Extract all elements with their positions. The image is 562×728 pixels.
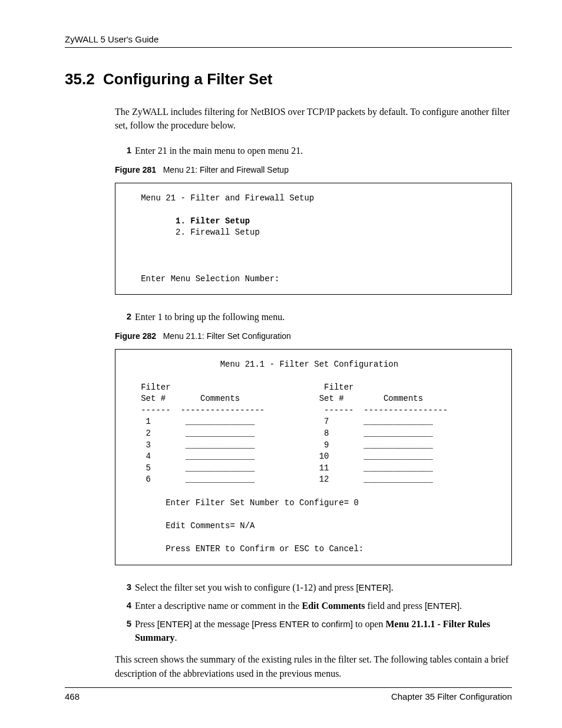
outro-paragraph: This screen shows the summary of the exi… [115,653,512,680]
row-num: 10 [319,452,329,461]
chapter-label: Chapter 35 Filter Configuration [391,691,512,701]
console-title: Menu 21.1 - Filter Set Configuration [220,360,398,369]
step-text: Enter 21 in the main menu to open menu 2… [135,144,303,157]
step-3: 3 Select the filter set you wish to conf… [121,581,512,594]
page-header: ZyWALL 5 User's Guide [65,34,512,48]
page-footer: 468 Chapter 35 Filter Configuration [65,687,512,701]
console-title: Menu 21 - Filter and Firewall Setup [141,193,314,203]
console-prompt: Press ENTER to Confirm or ESC to Cancel: [166,544,363,554]
row-num: 11 [319,463,329,473]
col-header: Comments [200,394,240,403]
section-title-text: Configuring a Filter Set [103,70,272,88]
row-num: 4 [146,452,151,461]
row-num: 1 [146,417,151,426]
step-number: 1 [121,144,131,157]
row-num: 6 [146,475,151,484]
step-number: 2 [121,310,131,324]
figure-281-caption: Figure 281 Menu 21: Filter and Firewall … [115,165,512,174]
section-number: 35.2 [65,70,95,88]
console-prompt: Enter Menu Selection Number: [141,274,279,284]
header-title: ZyWALL 5 User's Guide [65,34,158,44]
steps-3-5: 3 Select the filter set you wish to conf… [121,581,512,645]
step-text: Select the filter set you wish to config… [135,581,394,594]
figure-label: Figure 281 [115,165,156,174]
col-header: Set # [319,394,344,403]
step-number: 4 [121,599,131,612]
figure-caption-text: Menu 21.1: Filter Set Configuration [163,331,291,341]
figure-caption-text: Menu 21: Filter and Firewall Setup [163,165,289,174]
step-text: Enter a descriptive name or comment in t… [135,599,462,612]
col-header: Filter [324,383,353,392]
message-text: [Press ENTER to confirm] [252,619,353,629]
enter-key: [ENTER] [157,619,192,629]
text-part: . [459,601,462,611]
col-header: Comments [384,394,423,403]
text-part: . [175,633,177,643]
step-text: Enter 1 to bring up the following menu. [135,310,285,324]
page-number: 468 [65,691,80,701]
text-part: Enter a descriptive name or comment in t… [135,601,302,611]
step-text: Press [ENTER] at the message [Press ENTE… [135,617,512,644]
step-2: 2 Enter 1 to bring up the following menu… [121,310,512,324]
row-num: 3 [146,440,151,450]
col-header: Set # [141,394,166,403]
step-5: 5 Press [ENTER] at the message [Press EN… [121,617,512,644]
row-num: 2 [146,429,151,438]
bold-part: Edit Comments [302,601,365,611]
console-prompt: Enter Filter Set Number to Configure= 0 [166,498,359,508]
text-part: at the message [192,619,252,629]
console-item-1: 1. Filter Setup [176,216,250,226]
figure-281-console: Menu 21 - Filter and Firewall Setup 1. F… [115,183,512,295]
row-num: 7 [324,417,329,426]
section-heading: 35.2 Configuring a Filter Set [65,70,512,88]
enter-key: [ENTER] [356,582,391,592]
enter-key: [ENTER] [425,601,459,611]
step-4: 4 Enter a descriptive name or comment in… [121,599,512,612]
col-header: Filter [141,383,170,392]
figure-282-console: Menu 21.1 - Filter Set Configuration Fil… [115,349,512,565]
text-part: Press [135,619,157,629]
row-num: 8 [324,429,329,438]
figure-282-caption: Figure 282 Menu 21.1: Filter Set Configu… [115,331,512,341]
step-1: 1 Enter 21 in the main menu to open menu… [121,144,512,157]
text-part: . [391,582,394,592]
step-number: 3 [121,581,131,594]
step-number: 5 [121,617,131,644]
row-num: 12 [319,475,329,484]
text-part: Select the filter set you wish to config… [135,582,356,592]
text-part: field and press [365,601,425,611]
console-item-2: 2. Firewall Setup [176,228,260,237]
figure-label: Figure 282 [115,331,156,341]
console-prompt: Edit Comments= N/A [166,521,254,531]
row-num: 9 [324,440,329,450]
text-part: to open [353,619,386,629]
intro-paragraph: The ZyWALL includes filtering for NetBIO… [115,105,512,132]
row-num: 5 [146,463,151,473]
